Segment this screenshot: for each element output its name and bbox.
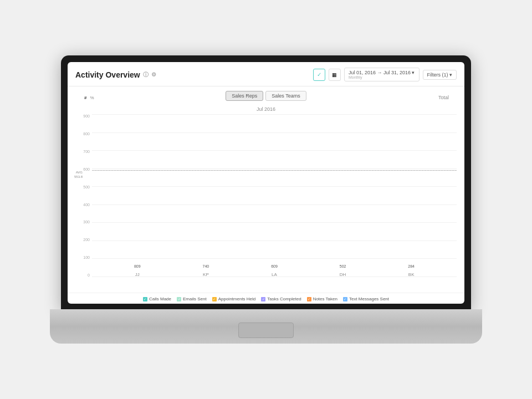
legend-label-emails: Emails Sent — [183, 296, 207, 301]
legend-appointments: ✓ Appointments Held — [212, 296, 256, 301]
legend-label-appt: Appointments Held — [218, 296, 256, 301]
toggle-number[interactable]: # — [83, 95, 88, 100]
legend-tasks: ✓ Tasks Completed — [261, 296, 301, 301]
chart-title: Jul 2016 — [75, 106, 457, 112]
y-axis-toggle: # % — [83, 95, 95, 100]
laptop-trackpad — [238, 323, 294, 338]
legend-sms: ✓ Text Messages Sent — [343, 296, 389, 301]
legend-dot-calls: ✓ — [143, 297, 147, 301]
date-range-value: Jul 01, 2016 → Jul 31, 2016 ▾ Monthly — [349, 70, 415, 79]
y-axis: 0 100 200 300 400 500 600 700 800 900 — [75, 114, 92, 288]
tab-sales-reps[interactable]: Sales Reps — [226, 91, 263, 101]
chart-area: # % Sales Reps Sales Teams Total Jul 201… — [68, 86, 464, 293]
legend-emails-sent: ✓ Emails Sent — [177, 296, 207, 301]
page-title: Activity Overview — [75, 70, 140, 79]
legend-label-sms: Text Messages Sent — [349, 296, 389, 301]
bars-row: 809 JJ — [92, 114, 457, 277]
info-icon[interactable]: ⓘ — [143, 71, 149, 79]
legend-dot-appt: ✓ — [212, 297, 217, 301]
grid-icon: ▦ — [332, 72, 337, 78]
legend-calls-made: ✓ Calls Made — [143, 296, 171, 301]
settings-icon[interactable]: ⚙ — [151, 71, 156, 78]
check-icon: ✓ — [317, 71, 321, 78]
legend-dot-notes: ✓ — [307, 297, 311, 301]
laptop-wrapper: Activity Overview ⓘ ⚙ ✓ ▦ Jul — [50, 55, 482, 344]
header-controls: ✓ ▦ Jul 01, 2016 → Jul 31, 2016 ▾ Monthl… — [313, 68, 457, 81]
chart-controls-row: # % Sales Reps Sales Teams Total — [75, 91, 457, 104]
laptop-bezel: Activity Overview ⓘ ⚙ ✓ ▦ Jul — [61, 55, 471, 310]
legend-label-notes: Notes Taken — [313, 296, 337, 301]
legend-dot-tasks: ✓ — [261, 297, 265, 301]
legend-notes: ✓ Notes Taken — [307, 296, 337, 301]
laptop-screen: Activity Overview ⓘ ⚙ ✓ ▦ Jul — [68, 62, 464, 304]
toggle-percent[interactable]: % — [89, 95, 95, 100]
legend-dot-emails: ✓ — [177, 297, 181, 301]
legend-label-calls: Calls Made — [149, 296, 171, 301]
avg-label: AVG553.8 — [74, 171, 83, 178]
dashboard: Activity Overview ⓘ ⚙ ✓ ▦ Jul — [68, 62, 464, 304]
bar-group-bk: 284 BK — [400, 264, 422, 277]
laptop-base — [50, 309, 482, 344]
tab-controls: Sales Reps Sales Teams — [226, 91, 306, 101]
dashboard-header: Activity Overview ⓘ ⚙ ✓ ▦ Jul — [68, 62, 464, 86]
view-grid-button[interactable]: ▦ — [329, 69, 341, 81]
total-label: Total — [438, 95, 449, 100]
bar-group-dh: 502 DH — [332, 264, 354, 277]
chart-legend: ✓ Calls Made ✓ Emails Sent ✓ — [68, 293, 464, 304]
date-range-button[interactable]: Jul 01, 2016 → Jul 31, 2016 ▾ Monthly — [344, 68, 420, 81]
tab-sales-teams[interactable]: Sales Teams — [265, 91, 306, 101]
chart-plot: AVG553.8 809 — [92, 114, 457, 288]
bar-group-jj: 809 JJ — [126, 264, 149, 277]
legend-dot-sms: ✓ — [343, 297, 347, 301]
chart-container: 0 100 200 300 400 500 600 700 800 900 — [75, 114, 457, 288]
bar-group-la: 609 LA — [263, 264, 285, 277]
view-check-button[interactable]: ✓ — [313, 69, 325, 81]
filters-button[interactable]: Filters (1) ▾ — [423, 70, 457, 80]
bar-group-kp: 740 KP — [195, 264, 217, 277]
header-title-group: Activity Overview ⓘ ⚙ — [75, 70, 309, 79]
legend-label-tasks: Tasks Completed — [267, 296, 301, 301]
